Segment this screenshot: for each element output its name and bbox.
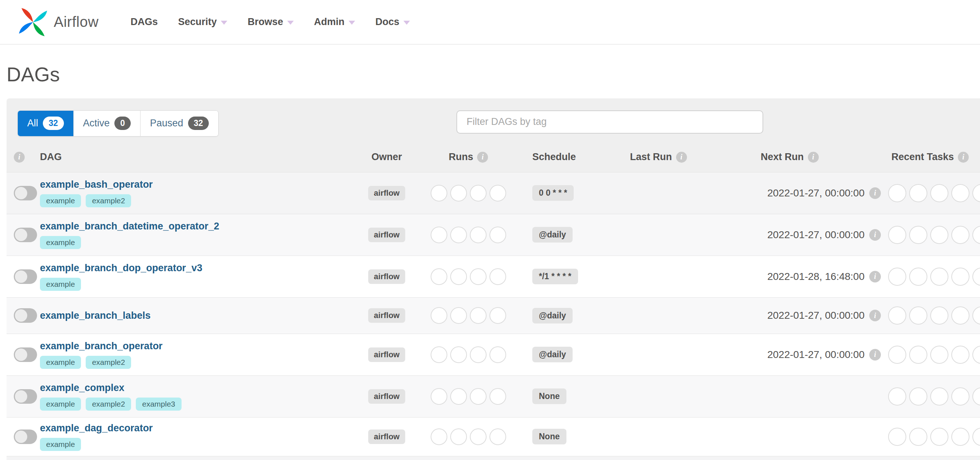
task-status-circle[interactable]	[972, 345, 980, 364]
run-status-circle[interactable]	[450, 268, 467, 285]
table-info-icon[interactable]: i	[14, 152, 25, 162]
dag-tag[interactable]: example3	[136, 398, 181, 411]
dag-pause-toggle[interactable]	[14, 389, 37, 404]
task-status-circle[interactable]	[930, 345, 948, 364]
dag-tag[interactable]: example	[40, 356, 81, 369]
dag-pause-toggle[interactable]	[14, 308, 37, 323]
task-status-circle[interactable]	[930, 306, 948, 325]
dag-tag[interactable]: example	[40, 398, 81, 411]
run-status-circle[interactable]	[431, 388, 447, 405]
task-status-circle[interactable]	[951, 226, 969, 244]
header-next-run[interactable]: Next Run	[761, 151, 804, 162]
dag-link[interactable]: example_branch_labels	[40, 310, 360, 321]
schedule-badge[interactable]: */1 * * * *	[532, 269, 578, 284]
task-status-circle[interactable]	[930, 387, 948, 406]
task-status-circle[interactable]	[930, 267, 948, 286]
task-status-circle[interactable]	[888, 345, 906, 364]
filter-dags-by-tag-input[interactable]	[457, 110, 763, 134]
task-status-circle[interactable]	[909, 267, 928, 286]
nav-item-dags[interactable]: DAGs	[131, 16, 158, 28]
next-run-info-icon[interactable]: i	[869, 310, 881, 321]
dag-link[interactable]: example_complex	[40, 382, 360, 393]
run-status-circle[interactable]	[470, 226, 487, 243]
task-status-circle[interactable]	[972, 387, 980, 406]
run-status-circle[interactable]	[450, 185, 467, 202]
header-recent-tasks[interactable]: Recent Tasks	[891, 151, 954, 162]
run-status-circle[interactable]	[450, 428, 467, 445]
dag-link[interactable]: example_branch_datetime_operator_2	[40, 221, 360, 232]
run-status-circle[interactable]	[490, 226, 506, 243]
task-status-circle[interactable]	[951, 267, 969, 286]
nav-item-docs[interactable]: Docs	[375, 16, 410, 28]
next-run-info-icon[interactable]: i	[869, 229, 881, 241]
run-status-circle[interactable]	[490, 346, 506, 363]
recent-tasks-info-icon[interactable]: i	[958, 152, 969, 162]
task-status-circle[interactable]	[951, 306, 969, 325]
header-schedule[interactable]: Schedule	[532, 151, 576, 162]
dag-tag[interactable]: example	[40, 438, 81, 451]
run-status-circle[interactable]	[450, 346, 467, 363]
run-status-circle[interactable]	[490, 185, 506, 202]
nav-item-browse[interactable]: Browse	[248, 16, 294, 28]
nav-item-security[interactable]: Security	[178, 16, 228, 28]
dag-tag[interactable]: example2	[86, 398, 131, 411]
run-status-circle[interactable]	[470, 346, 487, 363]
task-status-circle[interactable]	[909, 306, 928, 325]
task-status-circle[interactable]	[972, 267, 980, 286]
run-status-circle[interactable]	[490, 428, 506, 445]
run-status-circle[interactable]	[450, 388, 467, 405]
dag-link[interactable]: example_branch_operator	[40, 341, 360, 352]
run-status-circle[interactable]	[490, 388, 506, 405]
run-status-circle[interactable]	[490, 307, 506, 324]
last-run-info-icon[interactable]: i	[676, 152, 687, 162]
schedule-badge[interactable]: None	[532, 429, 566, 444]
dag-pause-toggle[interactable]	[14, 347, 37, 362]
run-status-circle[interactable]	[450, 307, 467, 324]
header-runs[interactable]: Runs	[449, 151, 474, 162]
run-status-circle[interactable]	[431, 268, 447, 285]
dag-pause-toggle[interactable]	[14, 430, 37, 444]
dag-tag[interactable]: example2	[86, 356, 131, 369]
tab-paused[interactable]: Paused 32	[140, 111, 218, 136]
run-status-circle[interactable]	[431, 346, 447, 363]
task-status-circle[interactable]	[888, 306, 906, 325]
dag-tag[interactable]: example	[40, 236, 81, 249]
task-status-circle[interactable]	[888, 184, 906, 202]
task-status-circle[interactable]	[972, 428, 980, 446]
task-status-circle[interactable]	[951, 387, 969, 406]
task-status-circle[interactable]	[909, 226, 928, 244]
tab-active[interactable]: Active 0	[74, 111, 140, 136]
run-status-circle[interactable]	[431, 185, 447, 202]
dag-tag[interactable]: example2	[86, 194, 131, 207]
airflow-logo[interactable]: Airflow	[18, 6, 131, 38]
task-status-circle[interactable]	[930, 428, 948, 446]
run-status-circle[interactable]	[431, 226, 447, 243]
run-status-circle[interactable]	[431, 428, 447, 445]
task-status-circle[interactable]	[909, 345, 928, 364]
task-status-circle[interactable]	[888, 267, 906, 286]
schedule-badge[interactable]: @daily	[532, 308, 573, 323]
next-run-info-icon[interactable]: i	[869, 187, 881, 199]
task-status-circle[interactable]	[909, 184, 928, 202]
dag-pause-toggle[interactable]	[14, 228, 37, 242]
header-last-run[interactable]: Last Run	[630, 151, 672, 162]
task-status-circle[interactable]	[951, 184, 969, 202]
run-status-circle[interactable]	[470, 388, 487, 405]
header-dag[interactable]: DAG	[40, 151, 62, 162]
dag-pause-toggle[interactable]	[14, 269, 37, 284]
run-status-circle[interactable]	[470, 428, 487, 445]
dag-tag[interactable]: example	[40, 194, 81, 207]
run-status-circle[interactable]	[450, 226, 467, 243]
task-status-circle[interactable]	[888, 428, 906, 446]
task-status-circle[interactable]	[972, 184, 980, 202]
dag-link[interactable]: example_bash_operator	[40, 179, 360, 190]
schedule-badge[interactable]: 0 0 * * *	[532, 185, 574, 201]
task-status-circle[interactable]	[951, 428, 969, 446]
task-status-circle[interactable]	[909, 428, 928, 446]
run-status-circle[interactable]	[470, 268, 487, 285]
nav-item-admin[interactable]: Admin	[314, 16, 355, 28]
next-run-info-icon[interactable]: i	[869, 349, 881, 361]
schedule-badge[interactable]: @daily	[532, 347, 573, 362]
tab-all[interactable]: All 32	[18, 111, 74, 136]
run-status-circle[interactable]	[490, 268, 506, 285]
